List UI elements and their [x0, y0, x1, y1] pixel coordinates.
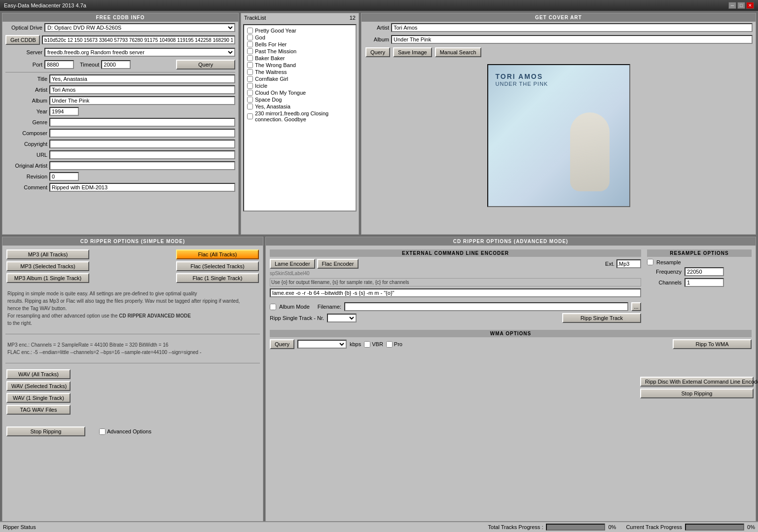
track-checkbox-3[interactable]: [247, 48, 253, 54]
manual-search-button[interactable]: Manual Search: [435, 47, 481, 57]
track-checkbox-5[interactable]: [247, 62, 253, 68]
revision-input[interactable]: [49, 172, 79, 181]
cover-image-area: [361, 62, 756, 209]
album-cover-input[interactable]: [391, 35, 753, 44]
wma-query-button[interactable]: Query: [270, 339, 294, 349]
track-nr-select[interactable]: [327, 314, 357, 322]
flac-selected-tracks-button[interactable]: Flac (Selected Tracks): [176, 261, 259, 271]
close-button[interactable]: ✕: [746, 2, 754, 9]
track-checkbox-2[interactable]: [247, 41, 253, 47]
url-label: URL: [5, 152, 47, 158]
album-mode-row: Album Mode Filename: ...: [268, 301, 643, 312]
ext-input[interactable]: [616, 259, 641, 268]
enc-info-text: MP3 enc.: Channels = 2 SampleRate = 4410…: [2, 338, 263, 359]
track-checkbox-11[interactable]: [247, 104, 253, 109]
wav-selected-tracks-button[interactable]: WAV (Selected Tracks): [6, 381, 71, 391]
advanced-top-row: EXTERNAL COMMAND LINE ENCODER Lame Encod…: [266, 246, 756, 326]
query-button[interactable]: Query: [176, 60, 235, 70]
advanced-options-checkbox-row: Advanced Options: [99, 428, 151, 435]
comment-row: Comment: [2, 182, 238, 193]
mp3-album-single-button[interactable]: MP3 Album (1 Single Track): [6, 273, 89, 283]
total-tracks-label: Total Tracks Progress :: [488, 524, 543, 530]
copyright-label: Copyright: [5, 141, 47, 147]
cddb-id-input[interactable]: [42, 35, 235, 44]
album-mode-checkbox[interactable]: [270, 304, 276, 310]
track-name-11: Yes, Anastasia: [255, 104, 290, 109]
track-checkbox-4[interactable]: [247, 55, 253, 61]
stop-ripping-advanced-button[interactable]: Stop Ripping: [640, 389, 754, 398]
flac-single-track-button[interactable]: Flac (1 Single Track): [176, 273, 259, 283]
cmd-line-input[interactable]: [270, 288, 641, 297]
timeout-label: Timeout: [80, 62, 99, 68]
maximize-button[interactable]: □: [737, 2, 745, 9]
wav-all-tracks-button[interactable]: WAV (All Tracks): [6, 369, 71, 379]
album-input[interactable]: [49, 96, 235, 105]
track-checkbox-12[interactable]: [247, 113, 253, 119]
track-checkbox-10[interactable]: [247, 97, 253, 103]
filename-input[interactable]: [344, 302, 628, 311]
track-name-3: Past The Mission: [255, 48, 296, 54]
wma-pro-checkbox[interactable]: [386, 341, 393, 348]
resample-section: RESAMPLE OPTIONS Resample Frequenzy Chan…: [645, 248, 754, 324]
track-checkbox-1[interactable]: [247, 35, 253, 40]
channels-input[interactable]: [685, 278, 724, 287]
rip-info-text: Ripping in simple mode is quite easy. Al…: [2, 287, 263, 330]
artist-row: Artist: [2, 84, 238, 95]
track-checkbox-6[interactable]: [247, 69, 253, 75]
stop-ripping-simple-button[interactable]: Stop Ripping: [6, 426, 85, 436]
wma-kbps-label: kbps: [350, 341, 361, 347]
save-image-button[interactable]: Save Image: [393, 47, 432, 57]
cover-query-button[interactable]: Query: [365, 47, 390, 57]
title-input[interactable]: [49, 74, 235, 83]
ripp-to-wma-button[interactable]: Ripp To WMA: [673, 339, 752, 349]
frequency-input[interactable]: [685, 267, 724, 276]
total-tracks-section: Total Tracks Progress : 0%: [488, 524, 616, 531]
album-cover-label: Album: [364, 36, 389, 42]
tracklist-header: TrackList 12: [241, 13, 359, 22]
tracklist-content[interactable]: Pretty Good YearGodBells For HerPast The…: [243, 24, 357, 212]
cover-image-box: [487, 64, 630, 207]
get-cddb-button[interactable]: Get CDDB: [5, 35, 40, 45]
wma-kbps-select[interactable]: [297, 340, 347, 349]
url-input[interactable]: [49, 150, 235, 159]
artist-input[interactable]: [49, 85, 235, 94]
track-checkbox-0[interactable]: [247, 28, 253, 34]
minimize-button[interactable]: ─: [728, 2, 736, 9]
track-checkbox-7[interactable]: [247, 76, 253, 82]
mp3-selected-tracks-button[interactable]: MP3 (Selected Tracks): [6, 261, 89, 271]
track-checkbox-8[interactable]: [247, 83, 253, 89]
artist-cover-input[interactable]: [391, 23, 753, 32]
mp3-all-tracks-button[interactable]: MP3 (All Tracks): [6, 249, 89, 259]
ripp-single-track-row: Ripp Single Track - Nr. Ripp Single Trac…: [268, 312, 643, 324]
composer-input[interactable]: [49, 129, 235, 138]
comment-input[interactable]: [49, 183, 235, 192]
ripp-single-track-button[interactable]: Ripp Single Track: [562, 313, 641, 323]
original-artist-label: Original Artist: [5, 163, 47, 169]
cddb-section-header: FREE CDDB INFO: [2, 13, 238, 22]
tag-wav-files-button[interactable]: TAG WAV Files: [6, 405, 71, 415]
artist-label: Artist: [5, 87, 47, 93]
advanced-options-checkbox[interactable]: [99, 428, 106, 435]
current-track-value: 0%: [747, 524, 755, 530]
ripp-disc-button[interactable]: Ripp Disc With External Command Line Enc…: [640, 377, 754, 387]
wma-vbr-checkbox[interactable]: [364, 341, 370, 348]
resample-checkbox[interactable]: [647, 259, 653, 265]
wma-controls-row: Query kbps VBR Pro Ripp To WMA: [268, 338, 754, 350]
optical-drive-select[interactable]: D: Optiarc DVD RW AD-5260S: [44, 23, 235, 32]
timeout-input[interactable]: [101, 60, 131, 69]
lame-encoder-button[interactable]: Lame Encoder: [270, 259, 315, 269]
wav-single-track-button[interactable]: WAV (1 Single Track): [6, 393, 71, 403]
album-label: Album: [5, 98, 47, 104]
track-checkbox-9[interactable]: [247, 90, 253, 96]
original-artist-input[interactable]: [49, 161, 235, 170]
ext-cmd-header: EXTERNAL COMMAND LINE ENCODER: [270, 249, 641, 257]
flac-encoder-button[interactable]: Flac Encoder: [317, 259, 359, 269]
genre-input[interactable]: [49, 118, 235, 127]
copyright-input[interactable]: [49, 140, 235, 148]
server-select[interactable]: freedb.freedb.org Random freedb server: [44, 48, 235, 57]
flac-all-tracks-button[interactable]: Flac (All Tracks): [176, 249, 259, 259]
filename-browse-button[interactable]: ...: [631, 302, 641, 311]
port-input[interactable]: [44, 60, 74, 69]
optical-drive-label: Optical Drive: [5, 25, 42, 31]
year-input[interactable]: [49, 107, 79, 116]
